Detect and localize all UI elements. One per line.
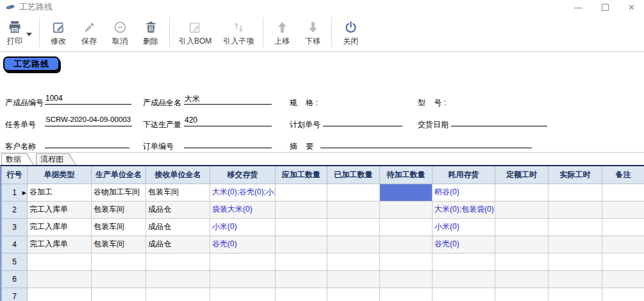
- grid-cell[interactable]: [602, 218, 644, 236]
- task-no-field[interactable]: SCRW-2020-04-09-00003: [45, 116, 132, 126]
- row-number-cell[interactable]: 6: [2, 270, 28, 288]
- grid-cell[interactable]: [276, 236, 327, 253]
- dropdown-caret-icon[interactable]: [26, 28, 32, 39]
- column-header[interactable]: 生产单位全名: [92, 166, 146, 184]
- grid-cell[interactable]: 大米(0);包装袋(0): [433, 201, 495, 218]
- grid-cell[interactable]: [602, 288, 644, 301]
- tab-data[interactable]: 数据: [1, 153, 34, 165]
- tab-flowchart[interactable]: 流程图: [36, 153, 76, 165]
- close-button[interactable]: 关闭: [335, 14, 366, 51]
- grid-cell[interactable]: [495, 218, 549, 236]
- grid-cell[interactable]: [549, 253, 602, 270]
- grid-cell[interactable]: 成品仓: [146, 236, 210, 253]
- minimize-button[interactable]: —: [574, 3, 582, 12]
- grid-cell[interactable]: [380, 218, 433, 236]
- grid-cell[interactable]: [92, 288, 146, 301]
- grid-cell[interactable]: 成品仓: [146, 218, 210, 236]
- grid-cell[interactable]: 谷加工: [28, 184, 92, 201]
- modify-button[interactable]: 修改: [43, 14, 74, 51]
- row-number-cell[interactable]: 5: [2, 253, 28, 270]
- grid-cell[interactable]: [602, 201, 644, 218]
- grid-cell[interactable]: 成品仓: [146, 201, 210, 218]
- product-name-field[interactable]: 大米: [184, 94, 272, 105]
- grid-cell[interactable]: [327, 270, 380, 288]
- grid-cell[interactable]: [276, 184, 327, 201]
- grid-cell[interactable]: [327, 253, 380, 270]
- column-header[interactable]: 待加工数量: [380, 166, 433, 184]
- grid-cell[interactable]: [495, 253, 549, 270]
- grid-cell[interactable]: [276, 218, 327, 236]
- grid-cell[interactable]: [327, 201, 380, 218]
- grid-cell[interactable]: [549, 184, 602, 201]
- grid-cell[interactable]: 小米(0): [433, 218, 495, 236]
- column-header[interactable]: 接收单位全名: [146, 166, 210, 184]
- grid-cell[interactable]: [146, 288, 210, 301]
- grid-cell[interactable]: [380, 236, 433, 253]
- grid-cell[interactable]: [380, 270, 433, 288]
- grid-cell[interactable]: [327, 184, 380, 201]
- row-number-cell[interactable]: 2: [2, 201, 28, 218]
- column-header[interactable]: 行号: [2, 166, 28, 184]
- maximize-button[interactable]: [602, 4, 609, 11]
- move-down-button[interactable]: 下移: [297, 14, 328, 51]
- grid-cell[interactable]: 完工入库单: [28, 236, 92, 253]
- import-subitem-button[interactable]: 引入子项: [217, 14, 260, 51]
- grid-cell[interactable]: [327, 236, 380, 253]
- grid-cell[interactable]: [146, 270, 210, 288]
- grid-cell[interactable]: [92, 270, 146, 288]
- grid-cell[interactable]: [276, 270, 327, 288]
- grid-cell[interactable]: [602, 270, 644, 288]
- grid-cell[interactable]: [549, 288, 602, 301]
- grid-cell[interactable]: [210, 288, 276, 301]
- save-button[interactable]: 保存: [74, 14, 104, 51]
- grid-cell[interactable]: 包装车间: [92, 201, 146, 218]
- grid-cell[interactable]: [28, 253, 92, 270]
- summary-field[interactable]: [320, 137, 532, 148]
- column-header[interactable]: 应加工数量: [276, 166, 327, 184]
- grid-cell[interactable]: 谷壳(0): [210, 236, 276, 253]
- grid-cell[interactable]: [602, 184, 644, 201]
- grid-cell[interactable]: 完工入库单: [28, 201, 92, 218]
- grid-cell[interactable]: 包装车间: [92, 218, 146, 236]
- cancel-button[interactable]: 取消: [104, 14, 135, 51]
- grid-cell[interactable]: [327, 288, 380, 301]
- grid-cell[interactable]: [549, 236, 602, 253]
- grid-cell[interactable]: [210, 253, 276, 270]
- grid-cell[interactable]: [276, 253, 327, 270]
- grid-cell[interactable]: [495, 236, 549, 253]
- plan-no-field[interactable]: [323, 116, 402, 126]
- grid-cell[interactable]: 包装车间: [146, 184, 210, 201]
- grid-cell[interactable]: [210, 270, 276, 288]
- customer-field[interactable]: [45, 137, 129, 148]
- product-code-field[interactable]: 1004: [45, 94, 131, 105]
- grid-cell[interactable]: [380, 288, 433, 301]
- row-number-cell[interactable]: 4: [2, 236, 28, 253]
- row-number-cell[interactable]: 1▶: [2, 184, 28, 201]
- grid-cell[interactable]: 袋装大米(0): [210, 201, 276, 218]
- print-button[interactable]: 打印: [1, 14, 36, 51]
- column-header[interactable]: 已加工数量: [327, 166, 380, 184]
- grid-cell[interactable]: [602, 253, 644, 270]
- row-number-cell[interactable]: 7: [2, 288, 28, 301]
- row-number-cell[interactable]: 3: [2, 218, 28, 236]
- grid-cell[interactable]: [433, 288, 495, 301]
- grid-cell[interactable]: [380, 201, 433, 218]
- grid-cell[interactable]: [495, 288, 549, 301]
- grid-cell[interactable]: [28, 288, 92, 301]
- grid-cell[interactable]: [495, 270, 549, 288]
- column-header[interactable]: 定额工时: [495, 166, 549, 184]
- grid-cell[interactable]: 包装车间: [92, 236, 146, 253]
- grid-cell[interactable]: [28, 270, 92, 288]
- grid-cell[interactable]: [495, 184, 549, 201]
- delete-button[interactable]: 删除: [135, 14, 166, 51]
- selected-cell[interactable]: [380, 184, 433, 201]
- grid-cell[interactable]: [433, 270, 495, 288]
- grid-cell[interactable]: [549, 270, 602, 288]
- grid-cell[interactable]: [602, 236, 644, 253]
- grid-cell[interactable]: [433, 253, 495, 270]
- grid-cell[interactable]: [549, 218, 602, 236]
- grid-cell[interactable]: 大米(0);谷壳(0);小米(0): [210, 184, 276, 201]
- grid-cell[interactable]: [327, 218, 380, 236]
- output-qty-field[interactable]: 420: [184, 116, 272, 126]
- grid-cell[interactable]: [276, 288, 327, 301]
